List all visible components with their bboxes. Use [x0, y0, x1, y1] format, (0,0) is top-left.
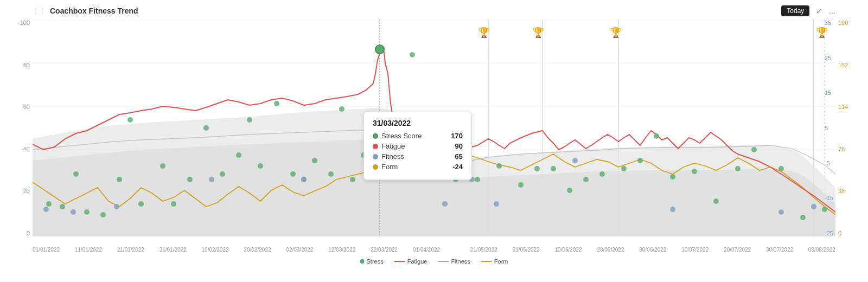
tooltip-row-fitness: Fitness 65: [373, 152, 463, 161]
svg-point-33: [312, 158, 317, 163]
legend-form-line: [481, 261, 492, 262]
fitness-dot: [373, 154, 378, 159]
svg-point-45: [551, 166, 556, 171]
svg-point-44: [534, 166, 540, 171]
svg-point-46: [567, 188, 572, 193]
svg-point-48: [599, 171, 605, 177]
svg-point-63: [209, 177, 214, 182]
svg-point-25: [203, 125, 209, 131]
svg-point-71: [811, 204, 816, 209]
form-label: Form: [381, 163, 398, 171]
form-dot: [373, 164, 378, 170]
svg-point-51: [654, 133, 659, 139]
stress-dot: [373, 133, 378, 139]
svg-point-28: [247, 117, 252, 123]
svg-text:🏆: 🏆: [532, 27, 545, 39]
legend-fatigue-line: [394, 261, 405, 262]
tooltip-date: 31/03/2022: [373, 119, 463, 127]
svg-point-61: [71, 209, 76, 215]
svg-point-57: [778, 166, 784, 171]
tooltip: 31/03/2022 Stress Score 170 Fatigue 90 F…: [363, 112, 472, 180]
legend-stress: Stress: [360, 258, 383, 265]
svg-point-35: [339, 106, 344, 112]
legend-form: Form: [481, 258, 508, 265]
today-button[interactable]: Today: [781, 5, 809, 16]
svg-point-52: [670, 174, 675, 180]
svg-point-62: [114, 204, 119, 209]
svg-point-64: [301, 177, 307, 182]
x-axis: 01/01/2022 11/01/2022 21/01/2022 31/01/2…: [33, 247, 835, 253]
tooltip-row-stress: Stress Score 170: [373, 132, 463, 140]
legend-fitness-line: [438, 261, 449, 262]
svg-point-23: [171, 201, 176, 207]
expand-icon[interactable]: ⤢: [816, 7, 822, 15]
fatigue-label: Fatigue: [381, 142, 405, 150]
svg-point-49: [621, 166, 627, 171]
svg-point-13: [378, 47, 382, 52]
svg-point-56: [751, 147, 757, 152]
svg-point-53: [692, 169, 697, 174]
svg-point-54: [713, 198, 719, 204]
chart-legend: Stress Fatigue Fitness Form: [360, 258, 508, 265]
chart-container: ⋮⋮ Coachbox Fitness Trend Today ⤢ ... 10…: [0, 0, 868, 282]
svg-point-38: [410, 52, 415, 57]
fitness-value: 65: [455, 152, 463, 161]
svg-point-69: [670, 207, 675, 212]
tooltip-row-form: Form -24: [373, 163, 463, 171]
svg-point-18: [100, 212, 106, 217]
legend-stress-dot: [360, 259, 364, 264]
legend-fitness: Fitness: [438, 258, 470, 265]
svg-point-15: [60, 204, 65, 209]
svg-point-16: [73, 171, 79, 177]
legend-stress-label: Stress: [366, 258, 383, 265]
svg-point-65: [442, 201, 448, 207]
svg-point-29: [258, 163, 263, 169]
svg-text:🏆: 🏆: [478, 27, 490, 39]
svg-point-20: [127, 117, 133, 123]
svg-point-42: [496, 163, 502, 169]
svg-point-17: [84, 209, 90, 215]
fatigue-dot: [373, 144, 378, 149]
stress-value: 170: [451, 132, 463, 140]
svg-point-41: [475, 177, 480, 182]
svg-point-34: [328, 171, 334, 177]
svg-point-67: [494, 201, 499, 207]
svg-point-36: [350, 177, 355, 182]
svg-point-55: [735, 166, 741, 171]
svg-point-14: [46, 201, 52, 207]
drag-icon: ⋮⋮: [33, 7, 46, 15]
svg-point-70: [778, 209, 784, 215]
svg-text:🏆: 🏆: [610, 27, 622, 39]
svg-point-58: [800, 215, 806, 220]
svg-point-19: [117, 177, 122, 182]
more-icon[interactable]: ...: [829, 7, 835, 15]
svg-point-68: [572, 158, 578, 163]
svg-point-31: [290, 171, 296, 177]
tooltip-row-fatigue: Fatigue 90: [373, 142, 463, 150]
fatigue-value: 90: [455, 142, 463, 150]
chart-header: ⋮⋮ Coachbox Fitness Trend Today ⤢ ...: [33, 5, 835, 16]
svg-point-50: [637, 158, 643, 163]
header-right: Today ⤢ ...: [781, 5, 835, 16]
svg-point-60: [43, 207, 49, 212]
svg-point-43: [518, 182, 524, 188]
chart-area: 100 80 60 40 20 0 190 152 114 76 38 0 35…: [33, 20, 835, 236]
title-area: ⋮⋮ Coachbox Fitness Trend: [33, 7, 138, 15]
y-axis-left: 100 80 60 40 20 0: [8, 20, 30, 236]
svg-point-22: [160, 163, 165, 169]
svg-point-21: [138, 201, 144, 207]
legend-fatigue: Fatigue: [394, 258, 427, 265]
svg-point-47: [583, 177, 589, 182]
svg-point-30: [274, 101, 279, 106]
legend-fitness-label: Fitness: [451, 258, 470, 265]
svg-point-24: [187, 177, 193, 182]
legend-form-label: Form: [494, 258, 508, 265]
chart-title: Coachbox Fitness Trend: [50, 7, 138, 15]
legend-fatigue-label: Fatigue: [407, 258, 427, 265]
stress-label: Stress Score: [381, 132, 422, 140]
y-axis-right-blue: 35 25 15 5 -5 -15 -25: [825, 20, 841, 236]
form-value: -24: [452, 163, 463, 171]
y-axis-right-gold: 190 152 114 76 38 0: [838, 20, 865, 236]
fitness-label: Fitness: [381, 152, 404, 161]
svg-point-27: [236, 152, 241, 158]
